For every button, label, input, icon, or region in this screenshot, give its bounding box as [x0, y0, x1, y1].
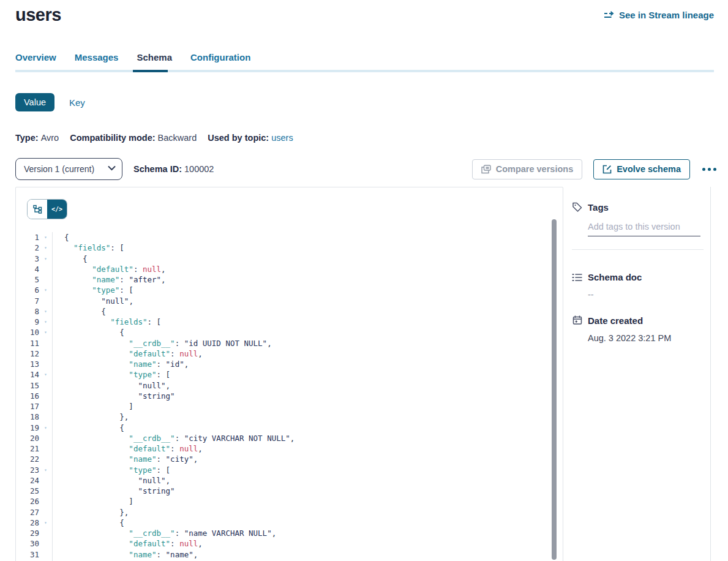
date-created-value: Aug. 3 2022 3:21 PM: [588, 333, 704, 343]
tab-underline-track: [15, 70, 714, 72]
fold-toggle-icon[interactable]: ▾: [39, 369, 52, 380]
value-tab-button[interactable]: Value: [15, 93, 54, 111]
fold-spacer: [39, 296, 52, 306]
tab-overview[interactable]: Overview: [15, 52, 56, 70]
line-number: 19: [16, 423, 39, 433]
tab-schema[interactable]: Schema: [137, 52, 172, 70]
active-tab-indicator: [133, 70, 168, 72]
line-number: 27: [16, 507, 39, 518]
code-text: "name": "id",: [53, 359, 189, 369]
key-tab-link[interactable]: Key: [69, 97, 85, 108]
fold-spacer: [39, 538, 52, 549]
code-line-21: 21 "default": null,: [16, 443, 563, 454]
code-line-11: 11 "__crdb__": "id UUID NOT NULL",: [16, 338, 563, 348]
fold-spacer: [39, 348, 52, 359]
fold-toggle-icon[interactable]: ▾: [39, 243, 52, 253]
code-text: ]: [53, 401, 133, 412]
tags-title: Tags: [588, 202, 609, 213]
fold-spacer: [39, 274, 52, 285]
code-text: "string": [53, 486, 175, 496]
version-select-wrap: Version 1 (current): [15, 158, 122, 180]
value-key-toggle: Value Key: [15, 93, 728, 111]
version-select[interactable]: Version 1 (current): [15, 158, 122, 180]
code-text: "name": "city",: [53, 454, 198, 464]
tab-messages[interactable]: Messages: [75, 52, 119, 70]
topic-link[interactable]: users: [271, 133, 293, 143]
more-actions-button[interactable]: [701, 165, 718, 173]
code-text: {: [53, 327, 124, 337]
code-text: "default": null,: [53, 443, 203, 454]
schema-actions: Compare versions Evolve schema: [472, 159, 718, 179]
line-number: 15: [16, 380, 39, 391]
code-line-13: 13 "name": "id",: [16, 359, 563, 369]
schema-code-panel: </> 1▾{2▾ "fields": [3▾ {4 "default": nu…: [15, 187, 563, 561]
code-text: "fields": [: [53, 243, 124, 253]
page-header: users See in Stream lineage: [0, 0, 728, 25]
line-number: 17: [16, 401, 39, 412]
schema-id-value: 100002: [184, 164, 214, 174]
code-text: "__crdb__": "name VARCHAR NULL",: [53, 528, 276, 538]
code-text: "__crdb__": "city VARCHAR NOT NULL",: [53, 433, 295, 443]
fold-toggle-icon[interactable]: ▾: [39, 518, 52, 528]
meta-used-by-topic: Used by topic: users: [208, 133, 293, 143]
fold-spacer: [39, 507, 52, 518]
line-number: 31: [16, 549, 39, 560]
meta-value: Backward: [158, 133, 197, 143]
evolve-schema-button[interactable]: Evolve schema: [593, 159, 690, 179]
fold-toggle-icon[interactable]: ▾: [39, 254, 52, 264]
code-text: "name": "after",: [53, 274, 166, 285]
code-text: "string": [53, 391, 175, 401]
line-number: 21: [16, 443, 39, 454]
line-number: 7: [16, 296, 39, 306]
code-line-9: 9▾ "fields": [: [16, 317, 563, 327]
fold-spacer: [39, 391, 52, 401]
code-line-17: 17 ]: [16, 401, 563, 412]
line-number: 11: [16, 338, 39, 348]
vertical-scrollbar[interactable]: [552, 219, 557, 560]
fold-spacer: [39, 443, 52, 454]
line-number: 28: [16, 518, 39, 528]
date-created-title: Date created: [588, 315, 643, 326]
schema-details-sidebar: Tags Schema doc --: [563, 187, 711, 561]
fold-toggle-icon[interactable]: ▾: [39, 285, 52, 295]
line-number: 3: [16, 254, 39, 264]
code-line-16: 16 "string": [16, 391, 563, 401]
fold-toggle-icon[interactable]: ▾: [39, 306, 52, 317]
fold-toggle-icon[interactable]: ▾: [39, 317, 52, 327]
line-number: 5: [16, 274, 39, 285]
see-in-stream-lineage-link[interactable]: See in Stream lineage: [604, 10, 714, 20]
line-number: 8: [16, 306, 39, 317]
code-text: {: [53, 423, 124, 433]
fold-toggle-icon[interactable]: ▾: [39, 232, 52, 243]
code-line-29: 29 "__crdb__": "name VARCHAR NULL",: [16, 528, 563, 538]
code-text: "__crdb__": "id UUID NOT NULL",: [53, 338, 272, 348]
code-view-button[interactable]: </>: [47, 200, 67, 219]
fold-toggle-icon[interactable]: ▾: [39, 465, 52, 475]
code-line-3: 3▾ {: [16, 254, 563, 264]
code-line-15: 15 "null",: [16, 380, 563, 391]
tab-configuration[interactable]: Configuration: [190, 52, 250, 70]
code-text: "fields": [: [53, 317, 161, 327]
line-number: 6: [16, 285, 39, 295]
schema-page: users See in Stream lineage OverviewMess…: [0, 0, 728, 561]
line-number: 2: [16, 243, 39, 253]
code-text: "default": null,: [53, 538, 203, 549]
schema-json-editor[interactable]: 1▾{2▾ "fields": [3▾ {4 "default": null,5…: [16, 232, 563, 561]
code-line-26: 26 ]: [16, 496, 563, 506]
fold-toggle-icon[interactable]: ▾: [39, 327, 52, 337]
view-mode-toggle: </>: [27, 199, 67, 219]
tree-icon: [33, 205, 42, 214]
tree-view-button[interactable]: [28, 200, 47, 219]
page-title: users: [15, 5, 61, 25]
code-line-8: 8▾ {: [16, 306, 563, 317]
code-line-27: 27 },: [16, 507, 563, 518]
fold-toggle-icon[interactable]: ▾: [39, 423, 52, 433]
line-number: 1: [16, 232, 39, 243]
line-number: 26: [16, 496, 39, 506]
compare-versions-button[interactable]: Compare versions: [472, 159, 583, 179]
fold-spacer: [39, 454, 52, 464]
fold-spacer: [39, 380, 52, 391]
schema-controls-row: Version 1 (current) Schema ID: 100002: [15, 158, 718, 180]
add-tags-input[interactable]: [588, 222, 700, 236]
code-line-2: 2▾ "fields": [: [16, 243, 563, 253]
